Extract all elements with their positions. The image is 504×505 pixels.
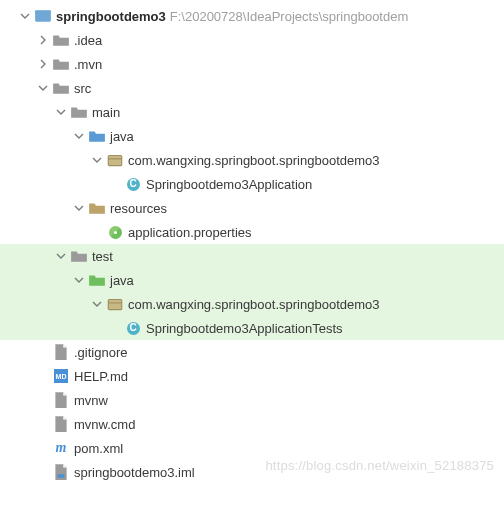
node-label: com.wangxing.springboot.springbootdemo3 [128,298,380,311]
tree-row-class-test[interactable]: C Springbootdemo3ApplicationTests [0,316,504,340]
project-name: springbootdemo3 [56,10,166,23]
maven-file-icon: m [52,440,70,456]
tree-row-package-test[interactable]: com.wangxing.springboot.springbootdemo3 [0,292,504,316]
folder-icon [52,80,70,96]
node-label: springbootdemo3.iml [74,466,195,479]
tree-row-pom[interactable]: m pom.xml [0,436,504,460]
tree-row-test[interactable]: test [0,244,504,268]
file-icon [52,416,70,432]
node-label: com.wangxing.springboot.springbootdemo3 [128,154,380,167]
tree-row-main[interactable]: main [0,100,504,124]
module-icon [34,8,52,24]
chevron-down-icon[interactable] [54,105,68,119]
node-label: main [92,106,120,119]
node-label: test [92,250,113,263]
chevron-down-icon[interactable] [72,273,86,287]
tree-row-java-test[interactable]: java [0,268,504,292]
svg-rect-2 [108,156,122,166]
svg-rect-1 [35,10,51,13]
project-tree[interactable]: springbootdemo3 F:\20200728\IdeaProjects… [0,0,504,484]
java-class-icon: C [124,176,142,192]
folder-icon [52,32,70,48]
java-test-class-icon: C [124,320,142,336]
node-label: java [110,130,134,143]
tree-row-project-root[interactable]: springbootdemo3 F:\20200728\IdeaProjects… [0,4,504,28]
module-file-icon [52,464,70,480]
tree-row-idea[interactable]: .idea [0,28,504,52]
node-label: HELP.md [74,370,128,383]
chevron-down-icon[interactable] [36,81,50,95]
node-label: mvnw.cmd [74,418,135,431]
chevron-right-icon[interactable] [36,33,50,47]
folder-icon [70,104,88,120]
tree-row-class-main[interactable]: C Springbootdemo3Application [0,172,504,196]
chevron-down-icon[interactable] [72,129,86,143]
node-label: java [110,274,134,287]
test-folder-icon [88,272,106,288]
source-folder-icon [88,128,106,144]
file-icon [52,344,70,360]
node-label: .gitignore [74,346,127,359]
svg-rect-3 [108,300,122,310]
chevron-down-icon[interactable] [54,249,68,263]
node-label: application.properties [128,226,252,239]
chevron-down-icon[interactable] [90,297,104,311]
markdown-file-icon: MD [52,368,70,384]
node-label: .mvn [74,58,102,71]
chevron-down-icon[interactable] [18,9,32,23]
package-icon [106,152,124,168]
tree-row-java-main[interactable]: java [0,124,504,148]
node-label: Springbootdemo3ApplicationTests [146,322,343,335]
folder-icon [52,56,70,72]
node-label: mvnw [74,394,108,407]
chevron-down-icon[interactable] [90,153,104,167]
resources-folder-icon [88,200,106,216]
tree-row-package-main[interactable]: com.wangxing.springboot.springbootdemo3 [0,148,504,172]
chevron-right-icon[interactable] [36,57,50,71]
tree-row-help-md[interactable]: MD HELP.md [0,364,504,388]
svg-rect-4 [58,474,65,477]
node-label: pom.xml [74,442,123,455]
tree-row-gitignore[interactable]: .gitignore [0,340,504,364]
node-label: .idea [74,34,102,47]
tree-row-iml[interactable]: springbootdemo3.iml [0,460,504,484]
tree-row-app-properties[interactable]: application.properties [0,220,504,244]
properties-file-icon [106,224,124,240]
tree-row-mvn[interactable]: .mvn [0,52,504,76]
tree-row-mvnw-cmd[interactable]: mvnw.cmd [0,412,504,436]
tree-row-resources[interactable]: resources [0,196,504,220]
node-label: resources [110,202,167,215]
package-icon [106,296,124,312]
tree-row-src[interactable]: src [0,76,504,100]
folder-icon [70,248,88,264]
tree-row-mvnw[interactable]: mvnw [0,388,504,412]
node-label: src [74,82,91,95]
project-path: F:\20200728\IdeaProjects\springbootdem [166,10,409,23]
node-label: Springbootdemo3Application [146,178,312,191]
chevron-down-icon[interactable] [72,201,86,215]
file-icon [52,392,70,408]
